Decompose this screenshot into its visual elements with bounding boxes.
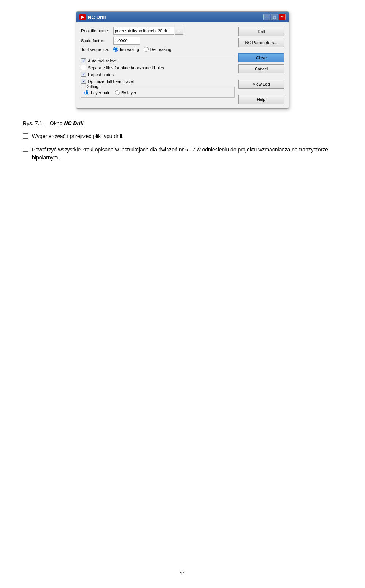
dialog-right-panel: Drill NC Parameters... Close Cancel View… bbox=[238, 27, 284, 104]
drill-button[interactable]: Drill bbox=[238, 27, 284, 36]
figure-caption-prefix: Okno bbox=[50, 120, 62, 126]
layer-pair-label: Layer pair bbox=[91, 91, 110, 95]
drilling-group-box: Drilling: Layer pair By layer bbox=[81, 87, 235, 98]
auto-tool-checkbox-row[interactable]: Auto tool select bbox=[81, 58, 235, 63]
separate-files-checkbox[interactable] bbox=[81, 65, 86, 70]
tool-sequence-row: Tool sequence: Increasing Decreasing bbox=[81, 47, 235, 52]
bullet-text-2: Powtórzyć wszystkie kroki opisane w inst… bbox=[32, 146, 342, 162]
layer-pair-radio-button[interactable] bbox=[84, 90, 89, 95]
app-icon-symbol: ▶ bbox=[81, 15, 84, 19]
dialog-controls: — □ ✕ bbox=[263, 14, 286, 20]
tool-sequence-label: Tool sequence: bbox=[81, 47, 113, 52]
drilling-options: Layer pair By layer bbox=[84, 89, 231, 95]
window-close-button[interactable]: ✕ bbox=[279, 14, 286, 20]
auto-tool-label: Auto tool select bbox=[88, 59, 116, 63]
by-layer-radio-button[interactable] bbox=[115, 90, 120, 95]
dialog-titlebar: ▶ NC Drill — □ ✕ bbox=[76, 12, 289, 22]
dialog-container: ▶ NC Drill — □ ✕ Root file name: bbox=[23, 11, 342, 109]
decreasing-radio-button[interactable] bbox=[144, 47, 149, 52]
btn-spacer-2 bbox=[238, 75, 284, 78]
dialog-title-left: ▶ NC Drill bbox=[79, 14, 106, 20]
figure-caption-suffix: . bbox=[84, 120, 85, 126]
nc-parameters-button[interactable]: NC Parameters... bbox=[238, 38, 284, 47]
page-text: Rys. 7.1. Okno NC Drill. Wygenerować i p… bbox=[23, 120, 342, 162]
btn-spacer bbox=[238, 49, 284, 51]
figure-label: Rys. 7.1. bbox=[23, 120, 44, 126]
bullet-item-2: Powtórzyć wszystkie kroki opisane w inst… bbox=[23, 146, 342, 162]
repeat-codes-checkbox[interactable] bbox=[81, 72, 86, 77]
minimize-button[interactable]: — bbox=[263, 14, 270, 20]
separate-files-checkbox-row[interactable]: Separate files for plated/non-plated hol… bbox=[81, 65, 235, 70]
root-file-input[interactable] bbox=[113, 27, 174, 35]
page-content: ▶ NC Drill — □ ✕ Root file name: bbox=[0, 0, 365, 175]
separator bbox=[81, 55, 235, 55]
bullet-item-1: Wygenerować i przejrzeć plik typu drill. bbox=[23, 132, 342, 140]
scale-factor-row: Scale factor: bbox=[81, 37, 235, 45]
dialog-left-panel: Root file name: ... Scale factor: Tool s… bbox=[81, 27, 235, 104]
repeat-codes-label: Repeat codes bbox=[88, 72, 114, 77]
app-icon: ▶ bbox=[79, 14, 86, 20]
cancel-button[interactable]: Cancel bbox=[238, 64, 284, 73]
close-button[interactable]: Close bbox=[238, 53, 284, 62]
optimize-checkbox[interactable] bbox=[81, 79, 86, 84]
increasing-radio-item[interactable]: Increasing bbox=[113, 47, 139, 52]
btn-spacer-3 bbox=[238, 91, 284, 93]
by-layer-label: By layer bbox=[121, 91, 136, 95]
view-log-button[interactable]: View Log bbox=[238, 80, 284, 89]
nc-drill-dialog: ▶ NC Drill — □ ✕ Root file name: bbox=[76, 11, 289, 109]
scale-factor-label: Scale factor: bbox=[81, 38, 113, 43]
bullet-checkbox-2 bbox=[23, 147, 28, 152]
drilling-group-label: Drilling: bbox=[84, 84, 101, 89]
maximize-button[interactable]: □ bbox=[271, 14, 278, 20]
increasing-label: Increasing bbox=[120, 47, 139, 52]
help-button[interactable]: Help bbox=[238, 95, 284, 104]
increasing-radio-button[interactable] bbox=[113, 47, 118, 52]
optimize-label: Optimize drill head travel bbox=[88, 79, 134, 84]
auto-tool-checkbox[interactable] bbox=[81, 58, 86, 63]
optimize-checkbox-row[interactable]: Optimize drill head travel bbox=[81, 79, 235, 84]
dialog-body: Root file name: ... Scale factor: Tool s… bbox=[76, 22, 289, 108]
tool-sequence-radio-group: Increasing Decreasing bbox=[113, 47, 171, 52]
root-file-row: Root file name: ... bbox=[81, 27, 235, 35]
figure-caption-italic: NC Drill bbox=[64, 120, 83, 126]
figure-caption: Rys. 7.1. Okno NC Drill. bbox=[23, 120, 342, 126]
decreasing-radio-item[interactable]: Decreasing bbox=[144, 47, 171, 52]
browse-button[interactable]: ... bbox=[175, 27, 183, 35]
bullet-checkbox-1 bbox=[23, 133, 28, 139]
decreasing-label: Decreasing bbox=[150, 47, 171, 52]
by-layer-radio-item[interactable]: By layer bbox=[115, 90, 136, 95]
layer-pair-radio-item[interactable]: Layer pair bbox=[84, 90, 110, 95]
dialog-title-text: NC Drill bbox=[88, 14, 106, 20]
page-number: 11 bbox=[180, 571, 185, 577]
separate-files-label: Separate files for plated/non-plated hol… bbox=[88, 65, 164, 70]
repeat-codes-checkbox-row[interactable]: Repeat codes bbox=[81, 72, 235, 77]
bullet-text-1: Wygenerować i przejrzeć plik typu drill. bbox=[32, 132, 124, 140]
root-file-label: Root file name: bbox=[81, 29, 113, 33]
scale-factor-input[interactable] bbox=[113, 37, 140, 45]
